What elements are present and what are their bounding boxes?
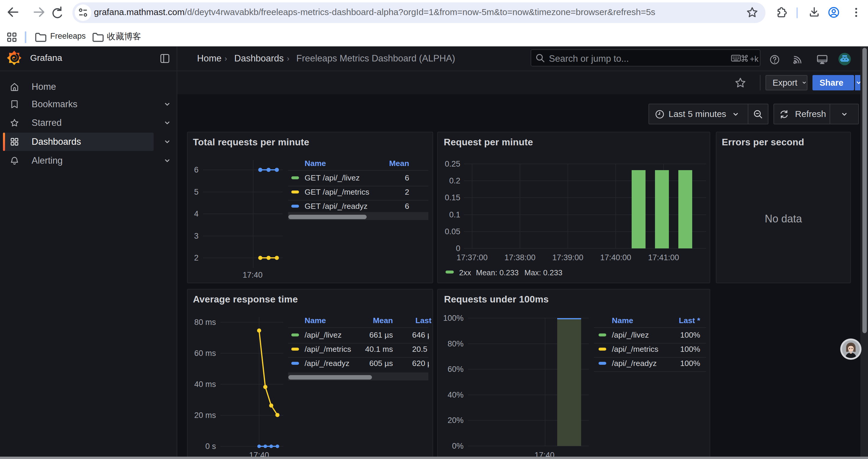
svg-text:40%: 40% <box>447 391 464 399</box>
svg-text:5: 5 <box>194 188 198 196</box>
svg-text:40 ms: 40 ms <box>194 380 216 389</box>
svg-text:17:40:00: 17:40:00 <box>600 253 631 262</box>
svg-text:0.15: 0.15 <box>445 193 460 202</box>
svg-text:0 s: 0 s <box>205 442 216 451</box>
svg-text:17:40: 17:40 <box>243 270 262 280</box>
svg-text:80 ms: 80 ms <box>194 318 216 327</box>
svg-text:2: 2 <box>194 254 198 262</box>
svg-text:0.2: 0.2 <box>449 176 460 185</box>
svg-text:60%: 60% <box>447 365 464 374</box>
svg-text:20%: 20% <box>447 416 464 425</box>
svg-text:60 ms: 60 ms <box>194 349 216 358</box>
svg-text:17:37:00: 17:37:00 <box>457 253 488 262</box>
svg-text:0%: 0% <box>452 441 464 451</box>
svg-text:6: 6 <box>194 165 198 174</box>
svg-text:0.25: 0.25 <box>445 160 460 168</box>
svg-text:80%: 80% <box>447 339 464 348</box>
svg-text:17:38:00: 17:38:00 <box>504 253 535 262</box>
svg-text:0.1: 0.1 <box>449 210 460 219</box>
svg-text:4: 4 <box>194 209 198 218</box>
svg-text:0.05: 0.05 <box>445 227 460 236</box>
svg-text:100%: 100% <box>443 314 464 323</box>
svg-text:20 ms: 20 ms <box>194 411 216 420</box>
svg-text:0: 0 <box>456 244 460 253</box>
svg-text:17:39:00: 17:39:00 <box>552 253 583 262</box>
svg-text:17:41:00: 17:41:00 <box>648 253 679 262</box>
svg-text:3: 3 <box>194 232 198 240</box>
